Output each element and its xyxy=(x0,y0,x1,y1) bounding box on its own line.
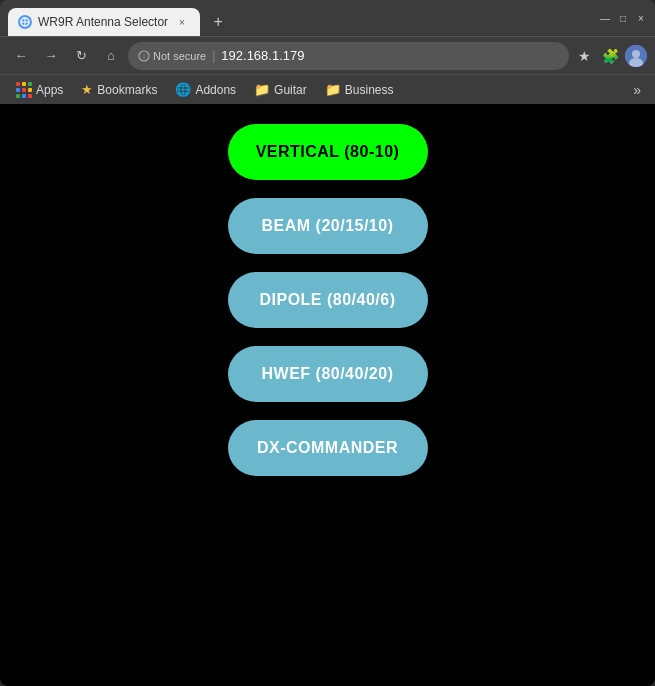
folder-yellow2-icon: 📁 xyxy=(325,82,341,97)
bookmark-addons[interactable]: 🌐 Addons xyxy=(167,80,244,99)
dx-commander-button[interactable]: DX-COMMANDER xyxy=(228,420,428,476)
avatar-image xyxy=(625,45,647,67)
addons-label: Addons xyxy=(195,83,236,97)
page-content: VERTICAL (80-10) BEAM (20/15/10) DIPOLE … xyxy=(0,104,655,686)
vertical-button[interactable]: VERTICAL (80-10) xyxy=(228,124,428,180)
url-text: 192.168.1.179 xyxy=(221,48,559,63)
bookmarks-bar: Apps ★ Bookmarks 🌐 Addons 📁 Guitar 📁 Bus… xyxy=(0,74,655,104)
refresh-button[interactable]: ↻ xyxy=(68,43,94,69)
apps-grid-icon xyxy=(16,82,32,98)
active-tab[interactable]: WR9R Antenna Selector × xyxy=(8,8,200,36)
new-tab-button[interactable]: + xyxy=(204,8,232,36)
tab-area: WR9R Antenna Selector × + xyxy=(8,0,591,36)
navigation-bar: ← → ↻ ⌂ i Not secure | 192.168.1.179 ★ 🧩 xyxy=(0,36,655,74)
address-divider: | xyxy=(212,49,215,63)
svg-point-6 xyxy=(632,50,640,58)
forward-button[interactable]: → xyxy=(38,43,64,69)
nav-extras: ★ 🧩 xyxy=(573,45,647,67)
tab-close-button[interactable]: × xyxy=(174,14,190,30)
hwef-button[interactable]: HWEF (80/40/20) xyxy=(228,346,428,402)
bookmark-bookmarks[interactable]: ★ Bookmarks xyxy=(73,80,165,99)
guitar-label: Guitar xyxy=(274,83,307,97)
bookmarks-label: Bookmarks xyxy=(97,83,157,97)
extensions-icon[interactable]: 🧩 xyxy=(599,45,621,67)
back-button[interactable]: ← xyxy=(8,43,34,69)
globe-icon: 🌐 xyxy=(175,82,191,97)
bookmark-guitar[interactable]: 📁 Guitar xyxy=(246,80,315,99)
not-secure-label: Not secure xyxy=(153,50,206,62)
title-bar: WR9R Antenna Selector × + — □ × xyxy=(0,0,655,36)
business-label: Business xyxy=(345,83,394,97)
tab-title: WR9R Antenna Selector xyxy=(38,15,168,29)
beam-button[interactable]: BEAM (20/15/10) xyxy=(228,198,428,254)
dipole-button[interactable]: DIPOLE (80/40/6) xyxy=(228,272,428,328)
apps-label: Apps xyxy=(36,83,63,97)
security-indicator: i Not secure xyxy=(138,50,206,62)
address-bar[interactable]: i Not secure | 192.168.1.179 xyxy=(128,42,569,70)
svg-text:i: i xyxy=(143,53,145,60)
minimize-button[interactable]: — xyxy=(599,12,611,24)
close-button[interactable]: × xyxy=(635,12,647,24)
browser-window: WR9R Antenna Selector × + — □ × ← → ↻ ⌂ … xyxy=(0,0,655,686)
bookmark-star-icon[interactable]: ★ xyxy=(573,45,595,67)
bookmarks-more-button[interactable]: » xyxy=(627,80,647,100)
tab-favicon xyxy=(18,15,32,29)
window-controls: — □ × xyxy=(599,12,647,24)
folder-yellow-icon: 📁 xyxy=(254,82,270,97)
maximize-button[interactable]: □ xyxy=(617,12,629,24)
star-icon: ★ xyxy=(81,82,93,97)
bookmark-apps[interactable]: Apps xyxy=(8,80,71,100)
profile-avatar[interactable] xyxy=(625,45,647,67)
home-button[interactable]: ⌂ xyxy=(98,43,124,69)
info-icon: i xyxy=(138,50,150,62)
bookmark-business[interactable]: 📁 Business xyxy=(317,80,402,99)
